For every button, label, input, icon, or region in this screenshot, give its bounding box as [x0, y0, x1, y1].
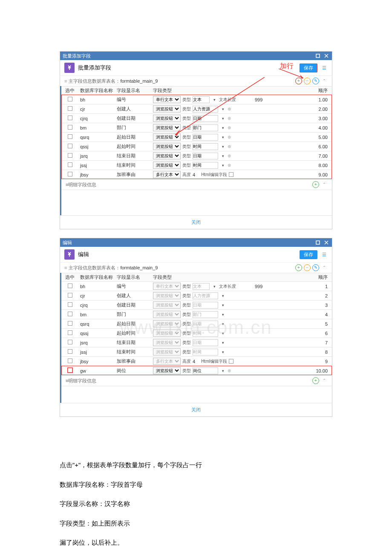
type-select[interactable]: 浏览按钮	[153, 311, 181, 318]
row-checkbox[interactable]	[68, 153, 72, 158]
dropdown-icon[interactable]: ▾	[220, 330, 226, 336]
row-checkbox[interactable]	[68, 349, 72, 354]
note-line: 数据库字段名称：字段首字母	[60, 479, 332, 490]
cell-display-name: 岗位	[117, 367, 153, 374]
type-select[interactable]: 单行文本框	[153, 283, 181, 290]
collapse-icon[interactable]: ⌃	[321, 264, 328, 271]
dropdown-icon[interactable]: ▾	[211, 283, 217, 289]
row-checkbox[interactable]	[68, 283, 72, 288]
row-checkbox[interactable]	[68, 172, 72, 176]
collapse-icon[interactable]: ⌃	[321, 78, 328, 84]
row-checkbox[interactable]	[68, 134, 72, 139]
row-checkbox[interactable]	[68, 293, 72, 298]
dropdown-icon[interactable]: ▾	[220, 302, 226, 308]
row-checkbox[interactable]	[68, 125, 72, 130]
row-checkbox[interactable]	[68, 144, 72, 148]
arrow-to-add-icon	[279, 69, 308, 81]
cell-order: 3	[306, 303, 332, 308]
row-checkbox[interactable]	[68, 321, 72, 326]
html-checkbox[interactable]	[229, 172, 233, 177]
close-icon[interactable]	[323, 240, 329, 246]
type-select[interactable]: 浏览按钮	[153, 301, 181, 309]
extra-value: 4	[193, 172, 195, 177]
table-name: formtable_main_9	[120, 78, 158, 84]
lookup-icon[interactable]: ⊕	[228, 368, 231, 373]
collapse-icon[interactable]: ⌃	[321, 377, 328, 384]
type-select[interactable]: 浏览按钮	[153, 339, 181, 346]
hamburger-icon: ≡	[64, 265, 67, 270]
browse-input[interactable]	[193, 349, 218, 356]
kind-input[interactable]	[193, 283, 210, 290]
browse-input[interactable]	[193, 143, 218, 150]
browse-input[interactable]	[193, 330, 218, 337]
edit-button[interactable]: ✎	[312, 264, 319, 271]
lookup-icon[interactable]: ⊕	[228, 144, 231, 149]
collapse-icon[interactable]: ⌃	[321, 181, 328, 188]
lookup-icon[interactable]: ⊕	[228, 153, 231, 158]
detail-add-button[interactable]: +	[312, 181, 319, 188]
menu-icon[interactable]: ☰	[321, 64, 328, 71]
cell-display-name: 创建人	[117, 292, 153, 299]
type-select[interactable]: 多行文本框	[153, 358, 181, 365]
row-checkbox[interactable]	[68, 116, 72, 120]
type-select[interactable]: 浏览按钮	[153, 162, 181, 169]
dropdown-icon[interactable]: ▾	[220, 144, 226, 150]
table-header: 选中 数据库字段名称 字段显示名 字段类型 顺序	[61, 273, 332, 281]
maximize-icon[interactable]	[315, 240, 321, 246]
dropdown-icon[interactable]: ▾	[220, 368, 226, 374]
maximize-icon[interactable]	[315, 53, 321, 59]
type-select[interactable]: 浏览按钮	[153, 348, 181, 356]
type-select[interactable]: 浏览按钮	[153, 143, 181, 150]
browse-input[interactable]	[193, 292, 218, 299]
dropdown-icon[interactable]: ▾	[220, 153, 226, 159]
type-select[interactable]: 浏览按钮	[153, 367, 181, 374]
type-select[interactable]: 浏览按钮	[153, 320, 181, 327]
cell-db-name: jsrq	[78, 340, 117, 345]
cell-display-name: 结束日期	[117, 153, 153, 159]
row-checkbox[interactable]	[68, 302, 72, 307]
close-icon[interactable]	[323, 53, 329, 59]
save-button[interactable]: 保存	[300, 250, 317, 259]
detail-add-button[interactable]: +	[312, 377, 319, 384]
type-select[interactable]: 浏览按钮	[153, 330, 181, 337]
row-checkbox[interactable]	[68, 368, 72, 373]
row-checkbox[interactable]	[68, 340, 72, 344]
close-link[interactable]: 关闭	[191, 407, 201, 412]
dropdown-icon[interactable]: ▾	[220, 293, 226, 299]
row-checkbox[interactable]	[68, 162, 72, 167]
browse-input[interactable]	[193, 162, 218, 169]
row-checkbox[interactable]	[68, 312, 72, 316]
subheader-prefix: 主字段信息数据库表名：	[69, 78, 120, 84]
type-select[interactable]: 浏览按钮	[153, 152, 181, 159]
browse-input[interactable]	[193, 339, 218, 346]
menu-icon[interactable]: ☰	[321, 251, 328, 258]
browse-input[interactable]	[193, 321, 218, 327]
add-row-button[interactable]: +	[295, 264, 302, 271]
table-row: bm 部门 浏览按钮 类型 ▾ 4	[61, 309, 332, 319]
browse-input[interactable]	[193, 311, 218, 318]
row-checkbox[interactable]	[68, 330, 72, 335]
cell-display-name: 创建日期	[117, 302, 153, 308]
html-checkbox[interactable]	[229, 359, 233, 364]
remove-row-button[interactable]: −	[304, 264, 311, 271]
lookup-icon[interactable]: ⊕	[228, 163, 231, 168]
dropdown-icon[interactable]: ▾	[220, 349, 226, 355]
row-checkbox[interactable]	[68, 106, 72, 111]
dropdown-icon[interactable]: ▾	[220, 162, 226, 168]
row-checkbox[interactable]	[68, 97, 72, 101]
cell-db-name: qssj	[78, 144, 117, 149]
browse-input[interactable]	[193, 153, 218, 159]
cell-order: 4	[306, 312, 332, 317]
dropdown-icon[interactable]: ▾	[220, 312, 226, 318]
close-link[interactable]: 关闭	[191, 220, 201, 225]
type-select[interactable]: 多行文本框	[153, 171, 181, 178]
col-db-name: 数据库字段名称	[78, 87, 117, 94]
dropdown-icon[interactable]: ▾	[220, 340, 226, 346]
type-select[interactable]: 浏览按钮	[153, 292, 181, 299]
browse-input[interactable]	[193, 302, 218, 309]
browse-input[interactable]	[193, 367, 218, 374]
dialog-header: 编辑 保存 ☰	[60, 247, 332, 262]
edit-button[interactable]: ✎	[312, 78, 319, 84]
dropdown-icon[interactable]: ▾	[220, 321, 226, 327]
row-checkbox[interactable]	[68, 358, 72, 363]
